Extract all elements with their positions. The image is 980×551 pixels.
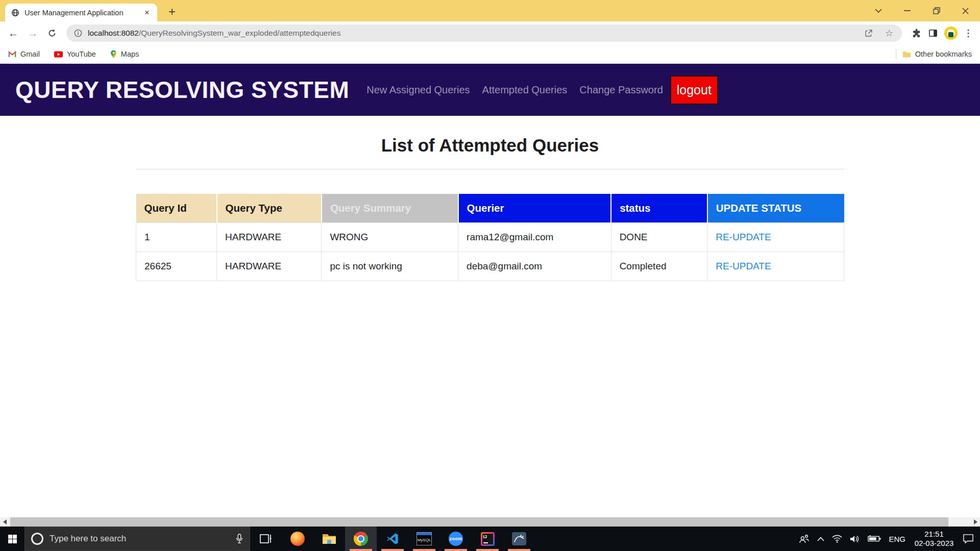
column-header-status: status	[611, 194, 707, 223]
taskbar-app-mysql-cli[interactable]: MySQL	[408, 527, 440, 551]
bookmark-label: Maps	[121, 50, 139, 58]
mysql-cli-label: MySQL	[418, 538, 431, 542]
back-button[interactable]: ←	[4, 24, 22, 42]
window-close-button[interactable]	[951, 0, 980, 21]
attempted-queries-table: Query Id Query Type Query Summary Querie…	[136, 194, 844, 281]
cell-query-type: HARDWARE	[217, 252, 322, 281]
re-update-link[interactable]: RE-UPDATE	[716, 232, 771, 242]
cell-status: DONE	[611, 223, 707, 252]
windows-taskbar: Type here to search MySQL zoom IJ	[0, 527, 980, 551]
horizontal-scrollbar[interactable]	[0, 517, 980, 527]
taskbar-app-zoom[interactable]: zoom	[440, 527, 472, 551]
running-indicator	[508, 549, 530, 551]
browser-toolbar: ← → localhost:8082/QueryResolvingSystem_…	[0, 21, 980, 45]
clock-time: 21:51	[913, 530, 955, 539]
column-header-query-type: Query Type	[217, 194, 322, 223]
logout-button[interactable]: logout	[670, 76, 718, 105]
other-bookmarks-label: Other bookmarks	[915, 50, 972, 58]
globe-favicon-icon	[11, 9, 19, 17]
site-info-icon[interactable]	[74, 26, 83, 41]
taskbar-search-box[interactable]: Type here to search	[24, 527, 250, 551]
tab-close-icon[interactable]: ×	[143, 8, 151, 17]
running-indicator	[350, 549, 372, 551]
toolbar-actions: ⋮	[907, 27, 975, 40]
maps-pin-icon	[110, 50, 117, 59]
taskbar-app-firefox[interactable]	[282, 527, 313, 551]
chrome-icon	[354, 532, 368, 546]
intellij-icon: IJ	[481, 532, 495, 546]
cell-status: Completed	[611, 252, 707, 281]
action-center-icon[interactable]	[963, 534, 974, 544]
volume-icon[interactable]	[850, 535, 860, 543]
microphone-icon[interactable]	[235, 534, 243, 544]
nav-change-password[interactable]: Change Password	[579, 84, 663, 96]
column-header-update-status: UPDATE STATUS	[707, 194, 844, 223]
cell-query-summary: WRONG	[322, 223, 458, 252]
re-update-link[interactable]: RE-UPDATE	[716, 261, 771, 271]
zoom-icon: zoom	[449, 532, 463, 546]
taskbar-app-vscode[interactable]	[377, 527, 408, 551]
other-bookmarks-button[interactable]: Other bookmarks	[902, 50, 972, 58]
bookmark-label: YouTube	[67, 50, 96, 58]
running-indicator	[445, 549, 467, 551]
tab-title: User Management Application	[24, 9, 138, 17]
profile-avatar[interactable]	[944, 27, 958, 40]
file-explorer-icon	[322, 533, 336, 545]
column-header-query-summary: Query Summary	[322, 194, 458, 223]
language-indicator[interactable]: ENG	[889, 535, 905, 543]
taskbar-app-file-explorer[interactable]	[313, 527, 345, 551]
taskbar-app-intellij[interactable]: IJ	[472, 527, 503, 551]
browser-menu-icon[interactable]: ⋮	[964, 28, 973, 39]
nav-attempted-queries[interactable]: Attempted Queries	[482, 84, 568, 96]
bookmark-gmail[interactable]: Gmail	[8, 50, 40, 58]
battery-icon[interactable]	[868, 535, 881, 542]
cell-querier: deba@gmail.com	[458, 252, 611, 281]
window-minimize-button[interactable]	[893, 0, 922, 21]
window-controls	[864, 0, 980, 21]
mysql-workbench-icon	[512, 532, 526, 545]
window-restore-button[interactable]	[922, 0, 951, 21]
tab-search-chevron-icon[interactable]	[864, 0, 893, 21]
forward-button[interactable]: →	[23, 24, 42, 42]
cell-query-id: 1	[136, 223, 217, 252]
taskbar-clock[interactable]: 21:51 02-03-2023	[913, 530, 955, 548]
browser-tab[interactable]: User Management Application ×	[5, 4, 157, 21]
bookmark-label: Gmail	[20, 50, 40, 58]
taskbar-app-chrome[interactable]	[345, 527, 377, 551]
start-button[interactable]	[0, 527, 24, 551]
title-divider	[136, 169, 844, 169]
scroll-right-arrow[interactable]	[971, 517, 980, 527]
side-panel-icon[interactable]	[928, 28, 938, 38]
bookmarks-bar: Gmail YouTube Maps Other bookmarks	[0, 45, 980, 64]
people-icon[interactable]	[798, 534, 810, 543]
cell-query-type: HARDWARE	[217, 223, 322, 252]
running-indicator	[413, 549, 435, 551]
bookmark-star-icon[interactable]: ☆	[881, 26, 897, 41]
youtube-icon	[54, 51, 63, 58]
column-header-query-id: Query Id	[136, 194, 217, 223]
address-bar[interactable]: localhost:8082/QueryResolvingSystem_war_…	[66, 24, 902, 42]
url-path: /QueryResolvingSystem_war_exploded/attem…	[139, 29, 340, 37]
hidden-icons-chevron-icon[interactable]	[817, 537, 824, 541]
extensions-puzzle-icon[interactable]	[911, 28, 922, 39]
share-icon[interactable]	[861, 26, 876, 41]
cortana-icon	[31, 533, 43, 545]
table-header-row: Query Id Query Type Query Summary Querie…	[136, 194, 844, 223]
bookmark-maps[interactable]: Maps	[110, 50, 139, 59]
scroll-left-arrow[interactable]	[0, 517, 9, 527]
scrollbar-thumb[interactable]	[10, 517, 948, 527]
reload-button[interactable]	[43, 24, 61, 42]
new-tab-button[interactable]: +	[164, 4, 180, 19]
table-row: 1 HARDWARE WRONG rama12@gmail.com DONE R…	[136, 223, 844, 252]
taskbar-app-task-view[interactable]	[250, 527, 282, 551]
bookmark-youtube[interactable]: YouTube	[54, 50, 96, 58]
app-brand-title: QUERY RESOLVING SYSTEM	[15, 76, 349, 104]
folder-icon	[902, 51, 911, 58]
gmail-icon	[8, 51, 16, 58]
wifi-icon[interactable]	[832, 535, 842, 543]
taskbar-app-mysql-workbench[interactable]	[503, 527, 535, 551]
nav-new-assigned-queries[interactable]: New Assigned Queries	[366, 84, 470, 96]
queries-table-wrap: Query Id Query Type Query Summary Querie…	[136, 194, 844, 281]
running-indicator	[476, 549, 499, 551]
desktop: User Management Application × + ← →	[0, 0, 980, 551]
